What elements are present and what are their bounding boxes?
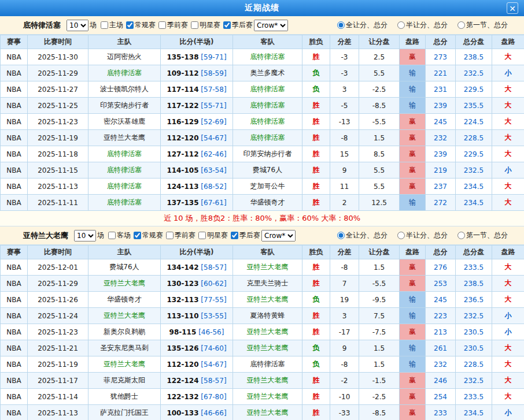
away-team-cell[interactable]: 底特律活塞 <box>233 356 302 373</box>
filter-checkbox[interactable]: 主场 <box>98 20 123 30</box>
home-team-cell[interactable]: 印第安纳步行者 <box>88 98 161 114</box>
checkbox-input[interactable] <box>108 232 116 239</box>
over-under-cell: 小 <box>492 324 524 340</box>
home-team-cell[interactable]: 亚特兰大老鹰 <box>88 308 161 324</box>
total-points-cell: 219 <box>426 162 456 179</box>
point-diff-cell: 3 <box>330 308 359 324</box>
radio-input[interactable] <box>457 232 465 239</box>
home-team-cell[interactable]: 密尔沃基雄鹿 <box>88 114 161 130</box>
radio-input[interactable] <box>397 21 405 29</box>
home-team-cell[interactable]: 费城76人 <box>88 259 161 276</box>
filter-checkbox[interactable]: 常规赛 <box>131 231 163 240</box>
checkbox-input[interactable] <box>231 232 238 239</box>
home-team-cell[interactable]: 亚特兰大老鹰 <box>88 130 161 146</box>
filter-checkbox[interactable]: 明星赛 <box>195 231 228 240</box>
result-cell: 胜 <box>302 259 330 276</box>
stat-type-radio[interactable]: 第一节、总分 <box>455 20 508 30</box>
col-header-home: 主队 <box>88 35 161 49</box>
radio-input[interactable] <box>397 232 405 239</box>
col-header-score: 比分(半场) <box>161 246 233 259</box>
home-team-cell[interactable]: 底特律活塞 <box>88 146 161 162</box>
checkbox-input[interactable] <box>223 21 231 29</box>
handicap-line-cell: -8.5 <box>359 98 400 114</box>
away-team-cell[interactable]: 亚特兰大老鹰 <box>233 292 302 308</box>
home-team-cell[interactable]: 萨克拉门托国王 <box>88 405 161 420</box>
home-team-cell[interactable]: 底特律活塞 <box>88 65 161 81</box>
filter-checkbox[interactable]: 季后赛 <box>220 20 253 30</box>
radio-input[interactable] <box>337 232 345 239</box>
table-row: NBA 2025-11-23 新奥尔良鹈鹕 98-115 [46-56] 亚特兰… <box>1 324 524 340</box>
filter-checkbox[interactable]: 季前赛 <box>156 20 188 30</box>
away-team-cell[interactable]: 印第安纳步行者 <box>233 146 302 162</box>
close-icon[interactable]: ✕ <box>507 2 518 14</box>
col-header-total-line: 总分盘 <box>456 246 492 259</box>
result-cell: 胜 <box>302 146 330 162</box>
away-team-cell[interactable]: 夏洛特黄蜂 <box>233 308 302 324</box>
away-team-cell[interactable]: 底特律活塞 <box>233 49 302 65</box>
radio-input[interactable] <box>337 21 345 29</box>
handicap-line-cell: -9.5 <box>359 292 400 308</box>
filter-checkbox[interactable]: 常规赛 <box>123 20 156 30</box>
away-team-cell[interactable]: 底特律活塞 <box>233 98 302 114</box>
total-line-cell: 232.5 <box>456 373 492 389</box>
col-header-handicap: 让分盘 <box>359 246 400 259</box>
away-team-cell[interactable]: 底特律活塞 <box>233 130 302 146</box>
checkbox-input[interactable] <box>126 21 134 29</box>
stat-type-radio[interactable]: 全让分、总分 <box>334 20 388 30</box>
league-cell: NBA <box>1 389 28 405</box>
total-points-cell: 223 <box>426 308 456 324</box>
stat-type-radio[interactable]: 半让分、总分 <box>394 20 448 30</box>
odds-company-select[interactable]: Crow* <box>254 20 288 31</box>
checkbox-input[interactable] <box>158 21 166 29</box>
home-team-cell[interactable]: 亚特兰大老鹰 <box>88 356 161 373</box>
home-team-cell[interactable]: 波士顿凯尔特人 <box>88 81 161 98</box>
away-team-cell[interactable]: 亚特兰大老鹰 <box>233 389 302 405</box>
home-team-cell[interactable]: 底特律活塞 <box>88 179 161 195</box>
over-under-cell: 大 <box>492 146 524 162</box>
home-team-cell[interactable]: 底特律活塞 <box>88 195 161 211</box>
date-cell: 2025-12-01 <box>28 259 88 276</box>
games-count-select[interactable]: 10 <box>74 230 96 241</box>
away-team-cell[interactable]: 亚特兰大老鹰 <box>233 324 302 340</box>
games-count-select[interactable]: 10 <box>67 20 88 31</box>
away-team-cell[interactable]: 费城76人 <box>233 162 302 179</box>
home-team-cell[interactable]: 犹他爵士 <box>88 389 161 405</box>
away-team-cell[interactable]: 克里夫兰骑士 <box>233 276 302 292</box>
stat-type-radio[interactable]: 第一节、总分 <box>455 231 508 240</box>
checkbox-input[interactable] <box>166 232 174 239</box>
filter-checkbox[interactable]: 季后赛 <box>228 231 260 240</box>
final-score: 116-129 <box>167 118 198 126</box>
away-team-cell[interactable]: 亚特兰大老鹰 <box>233 340 302 356</box>
stat-type-radio[interactable]: 全让分、总分 <box>334 231 388 240</box>
away-team-cell[interactable]: 底特律活塞 <box>233 81 302 98</box>
away-team-cell[interactable]: 亚特兰大老鹰 <box>233 259 302 276</box>
league-cell: NBA <box>1 276 28 292</box>
away-team-cell[interactable]: 亚特兰大老鹰 <box>233 373 302 389</box>
away-team-cell[interactable]: 华盛顿奇才 <box>233 195 302 211</box>
checkbox-input[interactable] <box>191 21 198 29</box>
home-team-cell[interactable]: 底特律活塞 <box>88 162 161 179</box>
checkbox-input[interactable] <box>134 232 141 239</box>
radio-input[interactable] <box>457 21 465 29</box>
home-team-cell[interactable]: 圣安东尼奥马刺 <box>88 340 161 356</box>
home-team-cell[interactable]: 迈阿密热火 <box>88 49 161 65</box>
home-team-cell[interactable]: 新奥尔良鹈鹕 <box>88 324 161 340</box>
home-team-cell[interactable]: 菲尼克斯太阳 <box>88 373 161 389</box>
stat-type-radio[interactable]: 半让分、总分 <box>394 231 448 240</box>
league-cell: NBA <box>1 308 28 324</box>
away-team-cell[interactable]: 芝加哥公牛 <box>233 179 302 195</box>
filter-checkbox[interactable]: 明星赛 <box>188 20 220 30</box>
away-team-cell[interactable]: 奥兰多魔术 <box>233 65 302 81</box>
away-team-cell[interactable]: 亚特兰大老鹰 <box>233 405 302 420</box>
home-team-cell[interactable]: 华盛顿奇才 <box>88 292 161 308</box>
filter-checkbox[interactable]: 客场 <box>105 231 131 240</box>
checkbox-input[interactable] <box>198 232 206 239</box>
handicap-result-cell: 输 <box>400 65 426 81</box>
odds-company-select[interactable]: Crow* <box>261 230 296 241</box>
checkbox-input[interactable] <box>101 21 108 29</box>
away-team-cell[interactable]: 底特律活塞 <box>233 114 302 130</box>
home-team-cell[interactable]: 亚特兰大老鹰 <box>88 276 161 292</box>
total-line-cell: 234.5 <box>456 195 492 211</box>
filter-checkbox[interactable]: 季前赛 <box>163 231 195 240</box>
final-score: 135-126 <box>167 344 198 352</box>
